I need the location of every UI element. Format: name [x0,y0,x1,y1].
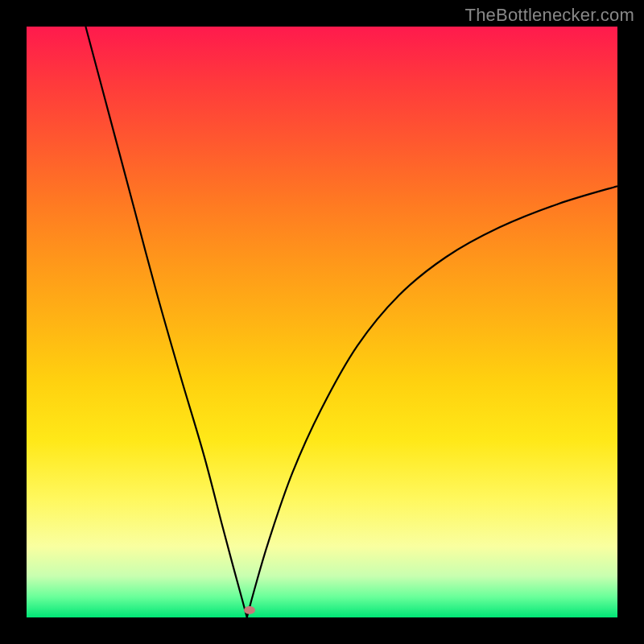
optimal-point-marker [244,606,255,614]
bottleneck-curve [27,27,617,617]
curve-left-branch [85,27,246,617]
chart-plot-area [27,27,617,617]
watermark-text: TheBottlenecker.com [465,5,634,26]
curve-right-branch [247,186,617,617]
